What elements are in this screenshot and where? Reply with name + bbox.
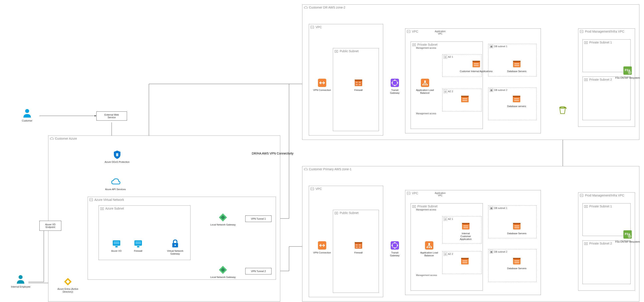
pri-az2-label: AZ 2 [448, 253, 453, 255]
pri-az1-label: AZ 1 [448, 218, 453, 220]
dr-az1-label: AZ 1 [448, 55, 453, 58]
pri-db2-tag: ▦DB subnet 2 [490, 250, 507, 254]
dr-az2-label: AZ 2 [448, 90, 453, 93]
azure-region-header: Customer Azure [48, 136, 280, 141]
dr-vpc-left-title: VPC [316, 25, 322, 29]
dr-vpn-conn-label: VPN Connection [313, 89, 331, 92]
dr-fsx-label: FSx-ONTAP filesystem [615, 76, 640, 79]
azure-vd-label: Azure VD [111, 250, 122, 252]
subnet-icon [100, 206, 104, 210]
local-gw-1: Local Network Gateway [210, 212, 236, 226]
dr-mgmt-1: Management access [416, 47, 436, 49]
azure-subnet-header: Azure Subnet [99, 206, 190, 211]
azure-vnet-header: Azure Virtual Network [88, 197, 276, 203]
pri-fsx: FSx-ONTAP filesystem [615, 229, 640, 243]
azure-vd: Azure VD [111, 239, 122, 252]
dr-az2-ec2 [460, 94, 470, 105]
dr-az1-tag: ◎AZ 1 [444, 55, 453, 59]
external-web-service-label: External Web Service [104, 113, 119, 119]
pri-mgmt-2: Managerment access [416, 274, 437, 277]
dr-mgmt-sub1-t: Private Subnet 1 [589, 41, 612, 44]
dr-mgmt-sub2-t: Private Subnet 2 [589, 78, 612, 81]
pri-az2-tag: ◎AZ 2 [444, 252, 453, 256]
dr-az1-ec2: Customer Internal Applications [460, 59, 492, 73]
dr-mgmt-sub1-h: Private Subnet 1 [583, 39, 630, 45]
azure-vng-label: Virtual Network Gateway [162, 250, 188, 255]
dr-db1-tag: ▦DB subnet 1 [490, 45, 507, 48]
pri-tgw: Transit Gateway [390, 240, 400, 257]
dr-tgw: Transit Gateway [390, 78, 400, 94]
local-gw-2: Local Network Gateway [210, 265, 236, 279]
customer-label: Customer [22, 119, 32, 122]
azure-subnet-title: Azure Subnet [105, 207, 124, 210]
azure-ddos-label: Azure DDoS Protection [105, 161, 130, 163]
pri-mgmt-sub1-t: Private Subnet 1 [589, 205, 612, 208]
dr-vpc-left-header: VPC [309, 24, 383, 30]
dr-prv-title: Private Subnet [417, 43, 438, 46]
dr-public-subnet-header: Public Subnet [333, 48, 378, 54]
azure-vd-endpoint-label: Azure VD Endpoint [45, 223, 56, 228]
subnet-icon [584, 204, 588, 208]
vpc-icon [407, 191, 410, 195]
dr-az2-tag: ◎AZ 2 [444, 90, 453, 93]
cloud-region-icon [50, 137, 54, 141]
subnet-icon [412, 204, 416, 208]
dr-app-vpc-header: VPC [405, 29, 541, 34]
pri-alb: Application Load Balancer [416, 240, 442, 257]
external-web-service: External Web Service [96, 112, 127, 121]
dr-app-vpc-titletext: Application VPC [429, 30, 451, 35]
vpn-tunnel-2-label: VPN Tunnel 2 [251, 270, 266, 273]
pri-mgmt-sub2: Private Subnet 2 [582, 240, 631, 284]
pri-vpn-conn: VPN Connection [313, 240, 331, 254]
pri-db1-tag: ▦DB subnet 1 [490, 206, 507, 210]
dr-db2-label: DB subnet 2 [494, 89, 507, 91]
pri-az1-tag: ◎AZ 1 [444, 217, 453, 221]
pri-db1-label: DB subnet 1 [494, 207, 507, 209]
pri-db2-ec2-label: Database Servers [507, 267, 526, 270]
pri-db1-ec2: Database Servers [507, 221, 526, 235]
azure-api-services: Azure API Services [105, 177, 126, 191]
vpn-tunnel-1: VPN Tunnel 1 [245, 215, 272, 222]
azure-firewall: Firewall [133, 239, 143, 252]
vpc-icon [580, 29, 584, 33]
subnet-icon [584, 78, 588, 82]
pri-tgw-label: Transit Gateway [390, 251, 400, 257]
pri-db2-label: DB subnet 2 [494, 250, 507, 253]
dr-db2-ec2-label: Database servers [507, 105, 526, 108]
pri-mgmt-vpc-title: Prod Management/Infra VPC [585, 194, 624, 197]
vpc-icon [310, 25, 314, 29]
azure-vd-endpoint: Azure VD Endpoint [40, 221, 61, 231]
pri-prv-title: Private Subnet [417, 205, 438, 208]
bucket-top [558, 105, 568, 116]
azure-ddos: Azure DDoS Protection [105, 150, 130, 163]
dr-az1-ec2-label: Customer Internal Applications [460, 70, 492, 73]
dr-fsx: FSx-ONTAP filesystem [615, 66, 640, 79]
azure-region-title: Customer Azure [55, 137, 77, 140]
azure-vnet-title: Azure Virtual Network [94, 198, 124, 201]
pri-public-subnet-title: Public Subnet [340, 211, 358, 215]
pri-db1-ec2-label: Database Servers [507, 232, 526, 235]
pri-fsx-label: FSx-ONTAP filesystem [615, 240, 640, 243]
pri-vpc-left-title: VPC [316, 187, 322, 190]
pri-db2-ec2: Database Servers [507, 256, 526, 270]
drha-text: DR/HA AWS VPN Connectivity [252, 152, 294, 155]
dr-db2-tag: ▦DB subnet 2 [490, 88, 507, 92]
pri-mgmt-sub1-h: Private Subnet 1 [583, 203, 630, 209]
pri-vpc-left-header: VPC [309, 186, 383, 192]
dr-db2-ec2: Database servers [507, 94, 526, 108]
dr-firewall-label: Firewall [354, 89, 362, 92]
cloud-region-icon [304, 5, 308, 9]
dr-tgw-label: Transit Gateway [390, 89, 400, 94]
pri-mgmt-vpc-header: Prod Management/Infra VPC [578, 192, 635, 198]
pri-public-subnet-header: Public Subnet [333, 210, 378, 216]
azure-api-label: Azure API Services [105, 188, 126, 191]
azure-vng: Virtual Network Gateway [162, 239, 188, 255]
azure-entra-label: Azure Entra (Active Directory) [55, 288, 81, 293]
pri-firewall-label: Firewall [354, 251, 362, 254]
azure-firewall-label: Firewall [134, 250, 142, 252]
vpc-icon [89, 198, 93, 202]
dr-public-subnet-title: Public Subnet [340, 49, 358, 53]
dr-mgmt-sub2: Private Subnet 2 [582, 76, 631, 120]
subnet-icon [334, 211, 338, 215]
dr-db1-ec2-label: Database Servers [507, 70, 526, 73]
